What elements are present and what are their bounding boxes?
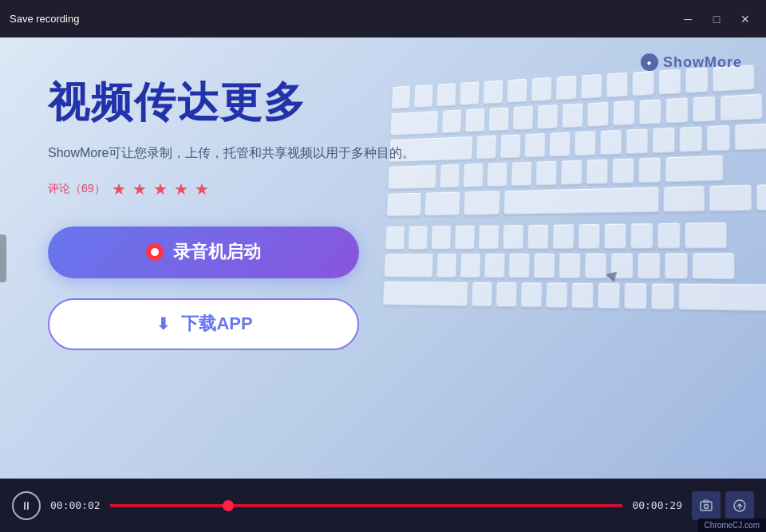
star-2: ★ xyxy=(132,179,147,199)
rating-text: 评论（69） xyxy=(48,182,105,196)
toolbar-actions xyxy=(692,491,754,520)
record-dot-inner xyxy=(151,248,159,256)
download-button[interactable]: ⬇ 下载APP xyxy=(48,298,359,350)
rating-section: 评论（69） ★ ★ ★ ★ ★ xyxy=(48,179,495,199)
logo-icon: ● xyxy=(641,53,658,71)
brand-logo: ● ShowMore xyxy=(641,53,742,71)
record-button[interactable]: 录音机启动 xyxy=(48,227,359,278)
upload-button[interactable] xyxy=(725,491,754,520)
maximize-button[interactable]: □ xyxy=(705,8,728,30)
progress-bar[interactable] xyxy=(110,504,623,507)
playback-toolbar: ⏸ 00:00:02 00:00:29 ChromeCJ.com xyxy=(0,479,766,532)
window-title: Save recording xyxy=(10,13,79,25)
download-arrow-icon: ⬇ xyxy=(154,315,172,333)
logo-text: ShowMore xyxy=(663,54,742,71)
star-1: ★ xyxy=(112,179,126,199)
scroll-indicator xyxy=(0,234,6,282)
svg-point-2 xyxy=(705,504,709,508)
main-content: ● ShowMore 视频传达更多 ShowMore可让您录制，上传，托管和共享… xyxy=(0,37,766,479)
minimize-button[interactable]: ─ xyxy=(677,8,699,30)
download-button-label: 下载APP xyxy=(181,312,252,336)
progress-thumb[interactable] xyxy=(223,500,234,511)
screenshot-button[interactable] xyxy=(692,491,721,520)
time-total: 00:00:29 xyxy=(632,499,682,511)
time-current: 00:00:02 xyxy=(50,499,101,511)
record-button-label: 录音机启动 xyxy=(173,240,261,264)
window-controls: ─ □ ✕ xyxy=(677,8,756,30)
svg-rect-0 xyxy=(701,502,712,510)
close-button[interactable]: ✕ xyxy=(734,8,756,30)
star-3: ★ xyxy=(153,179,168,199)
star-5: ★ xyxy=(195,179,209,199)
titlebar: Save recording ─ □ ✕ xyxy=(0,0,766,37)
hero-content: 视频传达更多 ShowMore可让您录制，上传，托管和共享视频以用于多种目的。 … xyxy=(48,77,495,350)
hero-subtitle: ShowMore可让您录制，上传，托管和共享视频以用于多种目的。 xyxy=(48,143,431,164)
star-4: ★ xyxy=(174,179,188,199)
record-dot-icon xyxy=(146,243,164,261)
hero-title: 视频传达更多 xyxy=(48,77,495,127)
watermark: ChromeCJ.com xyxy=(698,518,766,532)
play-pause-button[interactable]: ⏸ xyxy=(12,491,41,520)
